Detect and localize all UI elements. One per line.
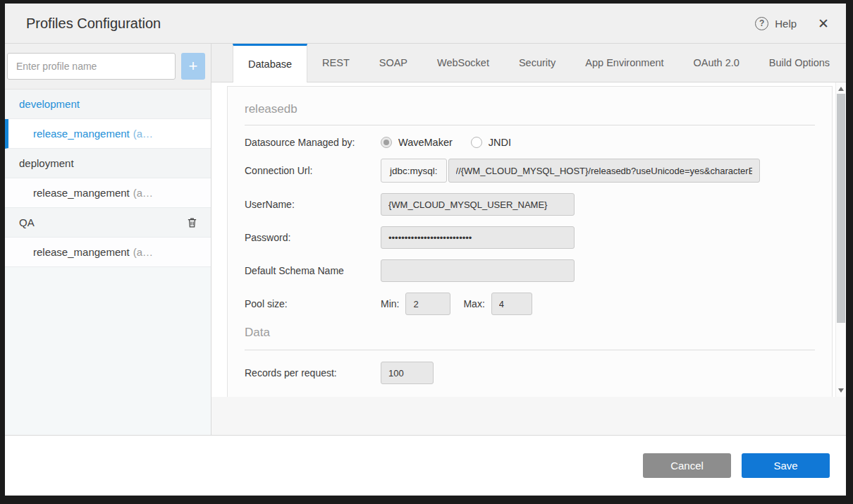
username-input[interactable] [381,193,575,216]
tab-soap[interactable]: SOAP [364,44,422,82]
item-suffix: (a… [133,187,153,199]
profile-detail-pane: Database REST SOAP WebSocket Security Ap… [211,44,846,435]
schema-label: Default Schema Name [245,265,381,276]
save-button[interactable]: Save [742,453,830,478]
tab-rest[interactable]: REST [307,44,364,82]
scrollbar-thumb[interactable] [837,94,845,323]
scroll-up-arrow-icon[interactable] [836,84,846,94]
connection-url-row: Connection Url: jdbc:mysql: [245,159,815,183]
sidebar-item-release-mangement-qa[interactable]: release_mangement (a… [5,238,211,267]
radio-jndi-label: JNDI [489,137,511,148]
datasource-label: Datasource Managed by: [245,137,381,148]
config-tabs: Database REST SOAP WebSocket Security Ap… [211,44,846,82]
tab-content-spacer [211,397,846,435]
help-button[interactable]: ? Help [755,17,797,30]
password-row: Password: [245,226,815,249]
dialog-header: Profiles Configuration ? Help ✕ [5,4,846,44]
dialog-body: + development release_mangement (a… depl… [5,44,846,435]
profile-list: development release_mangement (a… deploy… [5,90,211,267]
records-label: Records per request: [245,367,381,379]
pool-max-input[interactable] [491,293,532,315]
group-label: development [19,98,80,110]
tab-oauth[interactable]: OAuth 2.0 [679,44,754,82]
tab-label: App Environment [585,57,663,68]
add-profile-button[interactable]: + [181,53,205,80]
radio-selected-icon [381,137,392,148]
datasource-row: Datasource Managed by: WaveMaker JNDI [245,137,815,148]
section-divider [245,125,815,125]
help-icon: ? [755,17,768,30]
schema-row: Default Schema Name [245,259,815,282]
database-form-panel: releasedb Datasource Managed by: WaveMak… [227,86,833,397]
sidebar-group-qa[interactable]: QA [5,208,211,238]
tab-app-environment[interactable]: App Environment [570,44,678,82]
sidebar-group-deployment[interactable]: deployment [5,149,211,178]
db-section-title: releasedb [245,102,815,116]
vertical-scrollbar[interactable] [835,82,846,397]
records-input[interactable] [381,362,434,384]
tab-label: SOAP [379,57,407,68]
sidebar-item-release-mangement-dev[interactable]: release_mangement (a… [5,119,211,149]
item-suffix: (a… [133,246,153,258]
sidebar-group-development[interactable]: development [5,90,211,119]
records-per-request-row: Records per request: [245,362,815,384]
group-label: QA [19,216,35,228]
close-icon[interactable]: ✕ [818,17,829,30]
sidebar-item-release-mangement-deploy[interactable]: release_mangement (a… [5,178,211,208]
item-label: release_mangement [33,246,130,258]
tab-label: WebSocket [437,57,489,68]
database-tab-content: releasedb Datasource Managed by: WaveMak… [211,82,846,397]
username-row: UserName: [245,193,815,216]
data-section-title: Data [245,326,815,340]
radio-wavemaker[interactable]: WaveMaker [381,137,453,148]
pool-size-row: Pool size: Min: Max: [245,293,815,315]
item-label: release_mangement [33,187,130,199]
dialog-footer: Cancel Save [5,435,846,496]
delete-profile-button[interactable] [186,216,198,228]
group-label: deployment [19,157,74,169]
jdbc-prefix: jdbc:mysql: [381,159,447,183]
tab-label: REST [322,57,350,68]
schema-input[interactable] [381,259,575,282]
item-suffix: (a… [133,128,153,140]
pool-max-label: Max: [463,298,484,309]
pool-min-label: Min: [381,298,399,309]
password-input[interactable] [381,226,575,249]
profiles-sidebar: + development release_mangement (a… depl… [5,44,211,435]
tab-security[interactable]: Security [504,44,570,82]
pool-min-input[interactable] [405,293,450,315]
item-label: release_mangement [33,128,130,140]
profiles-configuration-dialog: Profiles Configuration ? Help ✕ + develo… [5,4,846,496]
connection-url-input[interactable] [448,159,760,183]
tab-label: Build Options [769,57,830,68]
section-divider [245,350,815,350]
tab-database[interactable]: Database [233,44,307,82]
plus-icon: + [189,57,198,75]
username-label: UserName: [245,199,381,210]
tab-build-options[interactable]: Build Options [754,44,845,82]
help-label: Help [775,18,797,30]
pool-size-label: Pool size: [245,298,381,309]
tab-websocket[interactable]: WebSocket [422,44,504,82]
trash-icon [186,216,198,228]
tab-label: OAuth 2.0 [694,57,740,68]
cancel-button[interactable]: Cancel [643,453,731,478]
page-title: Profiles Configuration [26,16,755,32]
profile-search-row: + [5,44,211,90]
password-label: Password: [245,232,381,243]
radio-unselected-icon [471,137,482,148]
radio-jndi[interactable]: JNDI [471,137,511,148]
scroll-down-arrow-icon[interactable] [836,386,846,395]
tab-label: Database [248,59,292,70]
radio-wavemaker-label: WaveMaker [398,137,453,148]
tab-label: Security [519,57,556,68]
connection-url-label: Connection Url: [245,165,381,176]
profile-name-input[interactable] [7,53,176,80]
